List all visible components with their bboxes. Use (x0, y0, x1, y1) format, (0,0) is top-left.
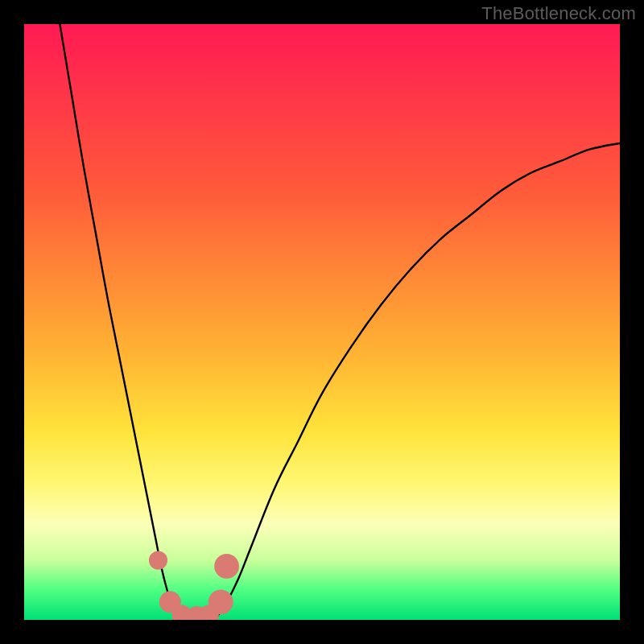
marker-dots (149, 551, 239, 620)
plot-area (24, 24, 620, 620)
chart-frame: TheBottleneck.com (0, 0, 644, 644)
marker-right-lower (208, 589, 233, 614)
curve-paths (60, 24, 620, 620)
marker-left-upper (149, 551, 167, 569)
curve-left-branch (60, 24, 179, 620)
marker-right-upper (214, 554, 239, 579)
curve-layer (24, 24, 620, 620)
curve-right-branch (215, 143, 620, 620)
attribution-text: TheBottleneck.com (481, 3, 636, 24)
